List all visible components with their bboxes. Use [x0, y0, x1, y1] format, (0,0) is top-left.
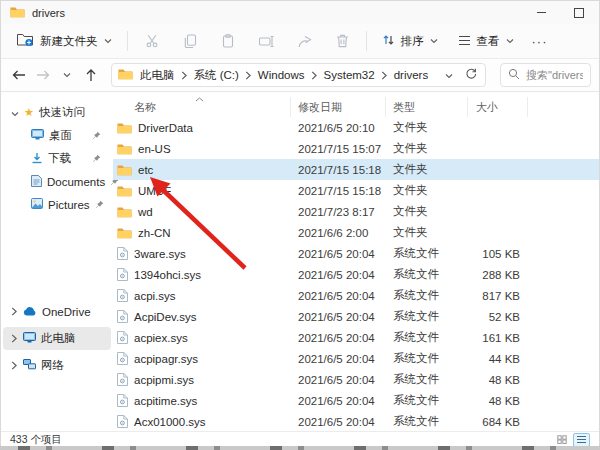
breadcrumb-segment[interactable]: 系统 (C:): [189, 67, 244, 84]
file-type: 系统文件: [386, 348, 468, 369]
file-type: 系统文件: [386, 411, 468, 432]
chevron-right-icon: [11, 307, 18, 316]
back-button[interactable]: [9, 64, 29, 86]
sidebar-item-label: Documents: [47, 176, 105, 188]
file-type: 系统文件: [386, 243, 468, 264]
sidebar-item-documents[interactable]: Documents: [3, 170, 111, 193]
more-options-button[interactable]: ···: [522, 34, 558, 49]
file-row-Acx01000.sys[interactable]: Acx01000.sys2021/6/5 20:04系统文件684 KB: [113, 411, 599, 432]
file-date: 2021/6/5 20:04: [291, 369, 386, 390]
column-header-type[interactable]: 类型: [386, 97, 468, 117]
chevron-right-icon[interactable]: [180, 71, 189, 80]
copy-icon: [183, 34, 197, 48]
file-row-acpi.sys[interactable]: acpi.sys2021/6/5 20:04系统文件817 KB: [113, 285, 599, 306]
file-row-UMDF[interactable]: UMDF2021/7/15 15:18文件夹: [113, 180, 599, 201]
forward-button[interactable]: [33, 64, 53, 86]
file-date: 2021/6/6 2:00: [291, 222, 386, 243]
sidebar-gap: [1, 216, 113, 300]
file-size: 817 KB: [468, 285, 528, 306]
folder-icon: [118, 68, 133, 82]
large-icons-view-toggle[interactable]: [553, 433, 570, 447]
file-date: 2021/6/5 20:04: [291, 348, 386, 369]
sidebar-item-下载[interactable]: 下载: [3, 147, 111, 170]
file-size: 105 KB: [468, 243, 528, 264]
view-label: 查看: [477, 34, 500, 49]
search-input[interactable]: [526, 69, 583, 81]
file-row-en-US[interactable]: en-US2021/7/15 15:07文件夹: [113, 138, 599, 159]
chevron-down-icon: [104, 38, 112, 44]
file-date: 2021/6/5 20:04: [291, 411, 386, 432]
sidebar-item-label: 此电脑: [41, 331, 76, 346]
file-row-acpiex.sys[interactable]: acpiex.sys2021/6/5 20:04系统文件161 KB: [113, 327, 599, 348]
recent-locations-chevron-icon[interactable]: [57, 64, 77, 86]
toolbar-separator: [366, 31, 367, 51]
sidebar-item-网络[interactable]: 网络: [3, 354, 111, 377]
file-type: 文件夹: [386, 180, 468, 201]
refresh-icon[interactable]: [465, 68, 477, 82]
minimize-button[interactable]: [533, 5, 549, 21]
file-row-zh-CN[interactable]: zh-CN2021/6/6 2:00文件夹: [113, 222, 599, 243]
file-row-acpipagr.sys[interactable]: acpipagr.sys2021/6/5 20:04系统文件44 KB: [113, 348, 599, 369]
sort-ascending-chevron-icon: [195, 92, 204, 104]
sidebar-item-onedrive[interactable]: OneDrive: [3, 300, 111, 323]
file-row-acpitime.sys[interactable]: acpitime.sys2021/6/5 20:04系统文件48 KB: [113, 390, 599, 411]
sidebar-item-桌面[interactable]: 桌面: [3, 124, 111, 147]
file-date: 2021/6/5 20:04: [291, 327, 386, 348]
status-bar: 433 个项目: [1, 431, 599, 447]
sidebar-item-此电脑[interactable]: 此电脑: [3, 327, 111, 350]
system-file-icon: [117, 394, 128, 407]
sidebar-item-pictures[interactable]: Pictures: [3, 193, 111, 216]
address-dropdown-chevron-icon[interactable]: [445, 69, 453, 81]
sidebar-item-quick-access[interactable]: ★ 快速访问: [3, 101, 111, 124]
cut-button[interactable]: [145, 34, 159, 48]
pin-icon: [95, 200, 104, 209]
breadcrumb-segment[interactable]: System32: [319, 68, 380, 82]
new-folder-button[interactable]: 新建文件夹: [9, 29, 120, 53]
details-view-toggle[interactable]: [573, 433, 590, 447]
copy-button[interactable]: [183, 34, 197, 48]
breadcrumb-segment[interactable]: 此电脑: [135, 67, 180, 84]
folder-icon: [117, 206, 132, 218]
file-row-1394ohci.sys[interactable]: 1394ohci.sys2021/6/5 20:04系统文件288 KB: [113, 264, 599, 285]
breadcrumb-segment[interactable]: Windows: [253, 68, 310, 82]
breadcrumb[interactable]: 此电脑系统 (C:)WindowsSystem32drivers: [111, 63, 486, 87]
background-strip: [0, 446, 600, 450]
file-date: 2021/7/15 15:18: [291, 180, 386, 201]
file-row-AcpiDev.sys[interactable]: AcpiDev.sys2021/6/5 20:04系统文件52 KB: [113, 306, 599, 327]
chevron-down-icon: [506, 38, 514, 44]
paste-button[interactable]: [221, 34, 235, 48]
content: ★ 快速访问 桌面下载DocumentsPictures OneDrive此电脑…: [1, 92, 599, 431]
sort-button[interactable]: 排序: [374, 30, 446, 53]
file-name: 1394ohci.sys: [113, 264, 291, 285]
file-row-wd[interactable]: wd2021/7/23 8:17文件夹: [113, 201, 599, 222]
file-size: 684 KB: [468, 411, 528, 432]
view-button[interactable]: 查看: [450, 30, 522, 53]
file-type: 文件夹: [386, 201, 468, 222]
file-name: 3ware.sys: [113, 243, 291, 264]
file-row-DriverData[interactable]: DriverData2021/6/5 20:10文件夹: [113, 117, 599, 138]
downloads-icon: [31, 152, 43, 166]
chevron-right-icon[interactable]: [244, 71, 253, 80]
delete-button[interactable]: [336, 34, 349, 48]
chevron-right-icon: [11, 334, 18, 343]
column-header-date[interactable]: 修改日期: [291, 97, 386, 117]
share-button[interactable]: [298, 35, 312, 48]
file-name: etc: [113, 159, 291, 180]
file-row-etc[interactable]: etc2021/7/15 15:18文件夹: [113, 159, 599, 180]
navigation-pane: ★ 快速访问 桌面下载DocumentsPictures OneDrive此电脑…: [1, 92, 113, 431]
quick-access-star-icon: ★: [24, 107, 34, 118]
file-size: [468, 201, 528, 222]
new-folder-icon: [17, 33, 34, 49]
chevron-right-icon[interactable]: [380, 71, 389, 80]
file-row-3ware.sys[interactable]: 3ware.sys2021/6/5 20:04系统文件105 KB: [113, 243, 599, 264]
maximize-button[interactable]: [571, 5, 587, 21]
rename-button[interactable]: [259, 35, 274, 48]
file-date: 2021/7/15 15:07: [291, 138, 386, 159]
up-button[interactable]: [81, 64, 101, 86]
breadcrumb-segment[interactable]: drivers: [389, 68, 434, 82]
column-header-size[interactable]: 大小: [468, 97, 528, 117]
window-title: drivers: [32, 7, 65, 19]
chevron-right-icon[interactable]: [310, 71, 319, 80]
file-row-acpipmi.sys[interactable]: acpipmi.sys2021/6/5 20:04系统文件48 KB: [113, 369, 599, 390]
system-file-icon: [117, 352, 128, 365]
